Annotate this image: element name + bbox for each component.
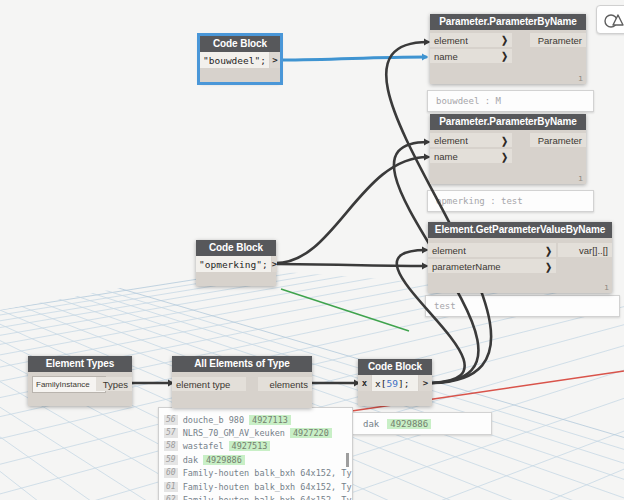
port-label: element (434, 135, 468, 146)
code-row: "bouwdeel"; > (200, 52, 280, 68)
code-number: 59 (386, 378, 397, 389)
input-port-element-type[interactable]: element type (172, 377, 246, 391)
code-row: x x[59]; > (358, 375, 432, 391)
code-fragment: ]; (398, 378, 409, 389)
port-arrow-icon: ❯ (501, 35, 508, 46)
output-port[interactable]: > (419, 375, 432, 391)
node-title[interactable]: Code Block (200, 36, 280, 52)
node-title[interactable]: Parameter.ParameterByName (430, 14, 586, 30)
resize-glyph: ı (604, 283, 609, 292)
input-port-element[interactable]: element ❯ (430, 133, 512, 147)
port-label: name (434, 151, 458, 162)
dynamo-workspace[interactable]: bouwdeel : M opmerking : test test dak 4… (0, 0, 624, 500)
geometry-icon (601, 9, 624, 31)
port-arrow-icon: ❯ (545, 245, 552, 256)
node-title[interactable]: Element.GetParameterValueByName (428, 222, 612, 238)
node-title[interactable]: Parameter.ParameterByName (430, 114, 586, 130)
wire-opmerking-to-param2-name[interactable] (276, 157, 428, 263)
code-row: "opmerking"; > (196, 256, 276, 272)
output-port-parameter[interactable]: Parameter (530, 33, 586, 47)
node-get-parameter-value-byname[interactable]: Element.GetParameterValueByName element … (428, 222, 612, 293)
port-label: Parameter (538, 35, 582, 46)
port-label: elements (269, 379, 308, 390)
port-label: element type (176, 379, 230, 390)
input-port-element[interactable]: element ❯ (428, 243, 556, 257)
port-label: element (434, 35, 468, 46)
node-title[interactable]: Element Types (28, 356, 132, 372)
port-label: parameterName (432, 261, 501, 272)
port-label: Types (103, 379, 128, 390)
output-port-elements[interactable]: elements (258, 377, 312, 391)
port-arrow-icon: ❯ (501, 135, 508, 146)
node-title[interactable]: All Elements of Type (172, 356, 312, 372)
node-code-block-opmerking[interactable]: Code Block "opmerking"; > (196, 240, 276, 286)
dropdown-value: FamilyInstance (36, 380, 90, 389)
resize-glyph: ı (578, 174, 583, 183)
code-fragment: x[ (375, 378, 386, 389)
node-code-block-bouwdeel[interactable]: Code Block "bouwdeel"; > (200, 36, 280, 82)
input-port-name[interactable]: name ❯ (430, 49, 512, 63)
output-port[interactable]: > (270, 52, 280, 68)
node-element-types[interactable]: Element Types FamilyInstance ˅ Types (28, 356, 132, 406)
port-label: name (434, 51, 458, 62)
port-label: Parameter (538, 135, 582, 146)
node-title[interactable]: Code Block (196, 240, 276, 256)
port-arrow-icon: ❯ (545, 261, 552, 272)
code-text[interactable]: "opmerking"; (196, 256, 271, 272)
wire-opmerking-to-getparam-parametername[interactable] (276, 264, 426, 266)
output-port[interactable]: > (272, 256, 277, 272)
input-port-element[interactable]: element ❯ (430, 33, 512, 47)
input-port-parametername[interactable]: parameterName ❯ (428, 259, 556, 273)
output-port-var[interactable]: var[]..[] (558, 243, 612, 257)
input-port-name[interactable]: name ❯ (430, 149, 512, 163)
input-port-x[interactable]: x (358, 375, 371, 391)
node-parameter-byname-2[interactable]: Parameter.ParameterByName element ❯ name… (430, 114, 586, 184)
wire-bouwdeel-to-param1-name[interactable] (281, 57, 426, 60)
port-label: var[]..[] (579, 245, 608, 256)
port-arrow-icon: ❯ (501, 51, 508, 62)
code-text[interactable]: "bouwdeel"; (200, 52, 269, 68)
port-connector-icon (422, 54, 428, 61)
port-arrow-icon: ❯ (501, 151, 508, 162)
node-parameter-byname-1[interactable]: Parameter.ParameterByName element ❯ name… (430, 14, 586, 84)
output-port-types[interactable]: Types (96, 377, 132, 391)
port-label: element (432, 245, 466, 256)
node-all-elements-of-type[interactable]: All Elements of Type element type elemen… (172, 356, 312, 408)
node-title[interactable]: Code Block (358, 359, 432, 375)
resize-glyph: ı (578, 74, 583, 83)
code-text[interactable]: x[59]; (372, 375, 418, 391)
element-types-dropdown[interactable]: FamilyInstance ˅ (32, 376, 106, 393)
output-port-parameter[interactable]: Parameter (530, 133, 586, 147)
geometry-preview-button[interactable] (596, 5, 624, 34)
node-code-block-index[interactable]: Code Block x x[59]; > (358, 359, 432, 406)
